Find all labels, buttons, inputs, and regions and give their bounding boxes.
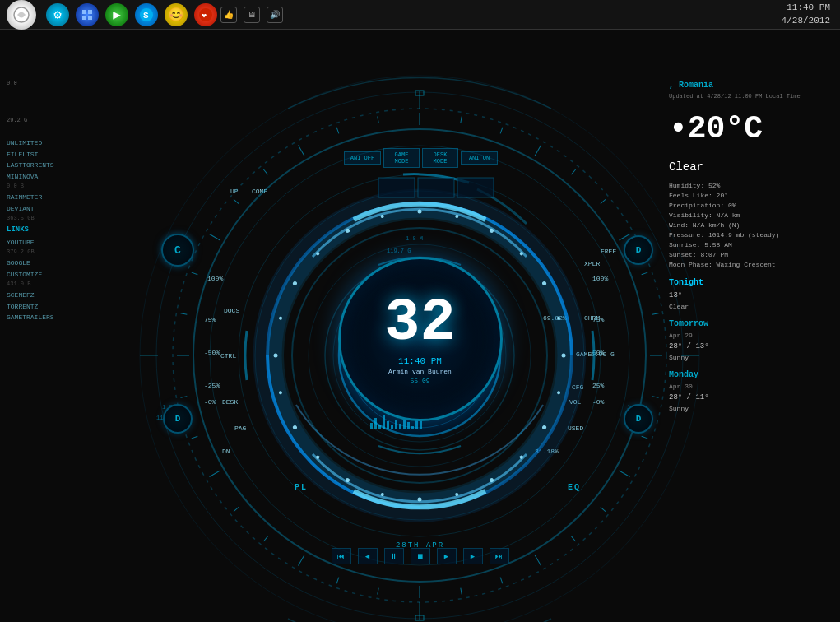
tonight-cond: Clear [669,302,833,313]
tonight-temp: 13° [669,290,833,301]
link-scenefz[interactable]: SCENEFZ [7,290,54,301]
label-game: GAME [576,350,592,358]
taskbar-icon-5[interactable]: 😊 [165,3,188,26]
eq-label: EQ [568,483,581,492]
d-button-right-bottom[interactable]: D [624,404,653,434]
tomorrow-temp: 28° / 13° [669,341,833,352]
label-xplr: XPLR [584,260,600,267]
svg-rect-94 [411,426,414,429]
ind-top-right: 1.8 M [406,235,423,242]
c-button[interactable]: C [161,234,194,267]
stop-btn[interactable]: ⏹ [411,548,430,564]
link-google[interactable]: GOOGLE [7,258,54,269]
svg-point-63 [519,455,524,460]
link-torrentz[interactable]: TORRENTZ [7,301,54,313]
taskbar: ⚙ ▶ S 😊 ❤ 👍 🖥 🔊 11:40 PM 4/28/2012 [0,0,840,30]
tomorrow-title: Tomorrow [669,318,833,331]
svg-rect-89 [391,425,393,429]
prev-btn[interactable]: ◀ [358,548,378,564]
taskbar-icon-2[interactable] [76,3,99,26]
link-unlimited[interactable]: UNLIMITED [7,137,54,149]
svg-rect-86 [378,425,381,429]
svg-line-44 [210,234,220,241]
volume-number: 32 [384,294,455,353]
pause-btn[interactable]: ⏸ [384,548,404,564]
svg-line-46 [263,169,267,174]
monday-title: Monday [669,369,833,382]
taskbar-clock: 11:40 PM 4/28/2012 [782,2,840,27]
svg-point-62 [541,425,547,430]
temp-value: 20°C [688,111,763,146]
link-mininova[interactable]: MININOVA [7,171,54,183]
main-area: 0.0 29.2 G UNLIMITED FILELIST LASTTORREN… [0,30,840,622]
link-gametrailers[interactable]: GAMETRAILERS [7,312,54,323]
sunrise: Sunrise: 5:58 AM [669,240,833,250]
svg-rect-101 [415,91,424,95]
weather-details: Humidity: 52% Feels Like: 20° Precipitat… [669,181,833,270]
svg-text:S: S [143,11,149,21]
tomorrow-date: Apr 29 [669,331,833,341]
svg-point-67 [380,493,384,497]
svg-point-75 [315,251,320,256]
next-next-btn[interactable]: ⏭ [490,548,509,564]
ani-on-btn[interactable]: ANI ON [461,151,498,165]
tonight-title: Tonight [669,276,833,290]
link-customize[interactable]: CUSTOMIZE [7,269,54,281]
svg-rect-88 [387,421,389,429]
label-chrm: CHRM [584,314,600,322]
pressure: Pressure: 1014.9 mb (steady) [669,230,833,240]
sys-icon-volume[interactable]: 🔊 [267,7,283,23]
sys-icon-thumb[interactable]: 👍 [220,7,237,23]
center-display: 32 11:40 PM Armin van Buuren 55:09 [338,257,503,421]
link-lasttorrents[interactable]: LASTTORRENTS [7,160,54,171]
clock-date: 4/28/2012 [782,15,830,27]
weather-location: , Romania [669,79,833,92]
svg-line-45 [234,199,239,203]
moon-phase: Moon Phase: Waxing Crescent [669,260,833,270]
play-btn[interactable]: ▶ [437,548,457,564]
monday-temp: 28° / 11° [669,392,833,403]
taskbar-icon-4[interactable]: S [135,3,158,26]
svg-rect-85 [374,418,377,429]
taskbar-icon-3[interactable]: ▶ [105,3,128,26]
link-deviant[interactable]: DEVIANT [7,203,54,215]
svg-point-61 [557,391,561,395]
links-title: LINKS [7,224,54,236]
desk-mode-btn[interactable]: DESKMODE [422,148,458,168]
left-panel: 0.0 29.2 G UNLIMITED FILELIST LASTTORREN… [7,79,54,323]
prev-prev-btn[interactable]: ⏮ [332,548,351,564]
svg-line-36 [263,536,267,541]
svg-line-29 [535,555,541,565]
label-25pct-left: -25% [204,382,220,389]
svg-line-22 [652,313,659,314]
link-rainmeter[interactable]: RAINMETER [7,192,54,203]
monday-cond: Sunny [669,404,833,415]
val-363-5: 363.5 GB [7,214,54,224]
svg-point-69 [315,455,320,460]
pl-label: PL [295,483,308,492]
ani-off-btn[interactable]: ANI OFF [344,151,381,165]
humidity: Humidity: 52% [669,181,833,191]
svg-rect-4 [88,16,92,20]
label-100pct-right: 100% [592,275,608,282]
svg-line-42 [180,313,187,314]
d-button-left-bottom[interactable]: D [163,404,193,434]
link-filelist[interactable]: FILELIST [7,149,54,160]
next-btn[interactable]: ▶ [463,548,483,564]
svg-line-30 [500,578,503,584]
taskbar-icon-6[interactable]: ❤ [194,3,217,26]
visibility: Visibility: N/A km [669,211,833,220]
clock-time: 11:40 PM [782,2,830,14]
svg-line-43 [192,272,198,275]
d-button-right-top[interactable]: D [624,235,653,265]
svg-point-68 [345,477,350,483]
link-youtube[interactable]: YOUTUBE [7,237,54,248]
game-mode-btn[interactable]: GAMEMODE [383,148,420,168]
label-50pct-left: -50% [204,349,220,356]
taskbar-icon-1[interactable]: ⚙ [46,3,69,26]
taskbar-logo[interactable] [7,0,36,30]
svg-line-39 [192,436,198,439]
sys-icon-monitor[interactable]: 🖥 [244,7,260,23]
track-time: 55:09 [410,377,429,384]
svg-line-28 [571,536,575,541]
